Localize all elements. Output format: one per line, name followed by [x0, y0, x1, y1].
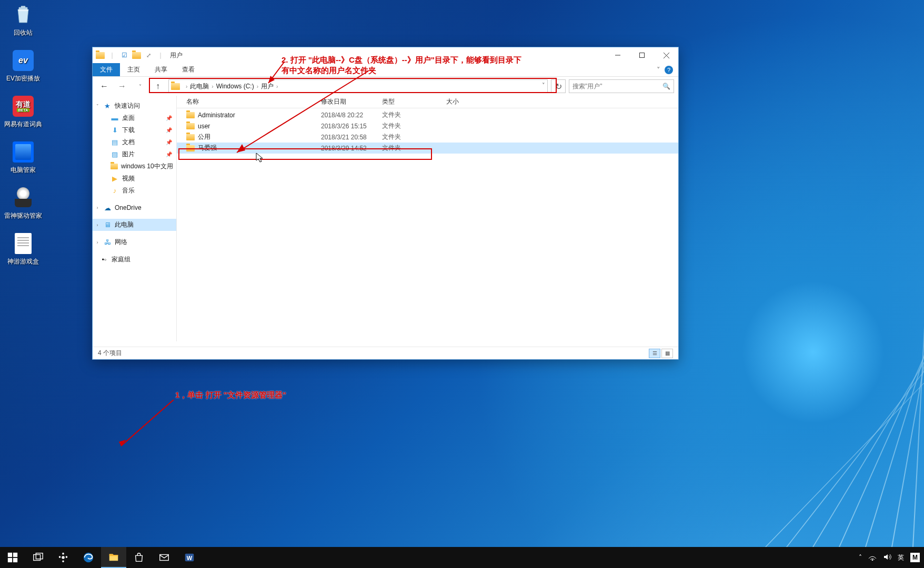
file-type: 文件夹: [382, 144, 446, 153]
ribbon-tab-file[interactable]: 文件: [93, 63, 120, 76]
tray-network-icon[interactable]: [868, 553, 877, 562]
view-large-button[interactable]: ▦: [661, 349, 673, 358]
nav-item-desktop[interactable]: ▬桌面📌: [93, 112, 176, 124]
view-details-button[interactable]: ☰: [649, 349, 660, 358]
nav-homegroup[interactable]: •◦家庭组: [93, 253, 176, 266]
nav-recent-dropdown[interactable]: ˅: [133, 79, 147, 94]
search-box[interactable]: 🔍: [569, 79, 674, 93]
breadcrumb-item[interactable]: Windows (C:): [216, 83, 254, 90]
nav-pane[interactable]: ˅★快速访问 ▬桌面📌 ⬇下载📌 ▤文档📌 ▨图片📌 windows 10中文用…: [93, 96, 177, 341]
svg-rect-17: [36, 553, 43, 559]
taskbar[interactable]: W ˄ 英 M: [0, 547, 924, 568]
chevron-right-icon[interactable]: ›: [186, 84, 187, 89]
refresh-button[interactable]: ↻: [551, 79, 566, 93]
svg-rect-1: [21, 6, 25, 7]
homegroup-icon: •◦: [100, 256, 108, 264]
nav-back-button[interactable]: ←: [97, 79, 112, 94]
documents-icon: ▤: [111, 138, 119, 147]
nav-this-pc[interactable]: ›🖥此电脑: [93, 219, 176, 231]
taskbar-store[interactable]: [126, 547, 152, 568]
nav-item-pictures[interactable]: ▨图片📌: [93, 148, 176, 160]
system-tray[interactable]: ˄ 英 M: [859, 553, 924, 562]
svg-rect-12: [8, 553, 12, 557]
properties-icon[interactable]: ☑: [119, 50, 129, 60]
file-name: 公用: [198, 133, 210, 141]
chevron-right-icon[interactable]: ›: [276, 84, 278, 89]
close-button[interactable]: [654, 47, 678, 63]
column-headers[interactable]: 名称 修改日期 类型 大小: [177, 96, 678, 108]
nav-forward-button[interactable]: →: [115, 79, 129, 94]
nav-item-videos[interactable]: ▶视频: [93, 173, 176, 185]
star-icon: ★: [103, 102, 112, 110]
desktop-icon-youdao[interactable]: 有道BETA 网易有道词典: [3, 95, 43, 129]
col-date[interactable]: 修改日期: [321, 97, 382, 106]
chevron-right-icon[interactable]: ›: [212, 84, 213, 89]
taskbar-mail[interactable]: [152, 547, 177, 568]
nav-item-downloads[interactable]: ⬇下载📌: [93, 124, 176, 136]
col-name[interactable]: 名称: [186, 97, 321, 106]
nav-item-win10[interactable]: windows 10中文用: [93, 160, 176, 173]
search-input[interactable]: [573, 83, 662, 90]
tray-volume-icon[interactable]: [883, 553, 891, 562]
svg-rect-20: [160, 555, 169, 561]
task-view-button[interactable]: [25, 547, 51, 568]
ribbon-tab-view[interactable]: 查看: [175, 63, 202, 76]
svg-rect-15: [13, 558, 17, 562]
recycle-bin-icon: [12, 3, 35, 26]
nav-up-button[interactable]: ↑: [150, 79, 165, 94]
nav-row: ← → ˅ ↑ › 此电脑 › Windows (C:) › 用户 › ˅ ↻ …: [93, 77, 678, 96]
desktop-icon-pc-manager[interactable]: 电脑管家: [3, 140, 43, 175]
nav-item-music[interactable]: ♪音乐: [93, 185, 176, 197]
breadcrumb-item[interactable]: 用户: [261, 82, 274, 91]
desktop-icon-recycle-bin[interactable]: 回收站: [3, 3, 43, 37]
desktop-icon: ▬: [111, 114, 119, 123]
file-list[interactable]: 名称 修改日期 类型 大小 Administrator2018/4/8 20:2…: [177, 96, 678, 341]
file-row[interactable]: Administrator2018/4/8 20:22文件夹: [177, 109, 678, 120]
folder-icon: [111, 163, 118, 171]
taskbar-explorer[interactable]: [101, 547, 126, 568]
tray-ime-mode[interactable]: M: [910, 553, 920, 562]
svg-point-18: [62, 556, 65, 559]
desktop-icon-ev[interactable]: ev EV加密播放: [3, 49, 43, 83]
col-type[interactable]: 类型: [382, 97, 446, 106]
desktop-icon-label: EV加密播放: [3, 74, 43, 83]
nav-onedrive[interactable]: ›☁OneDrive: [93, 202, 176, 214]
nav-network[interactable]: ›🖧网络: [93, 236, 176, 248]
file-row[interactable]: 公用2018/3/21 20:58文件夹: [177, 131, 678, 143]
ribbon-expand-icon[interactable]: ˅: [657, 66, 660, 74]
pictures-icon: ▨: [111, 150, 119, 159]
qat-dropdown-icon[interactable]: ⤢: [143, 50, 154, 60]
tray-chevron-icon[interactable]: ˄: [859, 554, 862, 561]
network-icon: 🖧: [103, 238, 112, 247]
desktop-icon-gamebox[interactable]: 神游游戏盒: [3, 232, 43, 266]
taskbar-app-settings[interactable]: [51, 547, 76, 568]
file-row[interactable]: 马爱强2018/3/29 14:52文件夹: [177, 143, 678, 154]
address-dropdown-icon[interactable]: ˅: [542, 82, 545, 89]
breadcrumb-item[interactable]: 此电脑: [190, 82, 209, 91]
ribbon-tab-share[interactable]: 共享: [147, 63, 175, 76]
search-icon: 🔍: [662, 83, 670, 90]
minimize-button[interactable]: [606, 47, 630, 63]
address-bar[interactable]: › 此电脑 › Windows (C:) › 用户 › ˅: [168, 79, 548, 93]
tray-ime-lang[interactable]: 英: [898, 553, 904, 562]
folder-icon: [186, 145, 195, 151]
maximize-button[interactable]: [630, 47, 654, 63]
file-name: 马爱强: [198, 144, 217, 153]
folder-icon: [186, 134, 195, 140]
help-icon[interactable]: ?: [665, 66, 673, 74]
nav-item-documents[interactable]: ▤文档📌: [93, 136, 176, 148]
taskbar-edge[interactable]: [76, 547, 101, 568]
file-type: 文件夹: [382, 133, 446, 141]
desktop-icon-thunder[interactable]: 雷神驱动管家: [3, 186, 43, 220]
desktop-icon-label: 网易有道词典: [3, 120, 43, 129]
file-row[interactable]: user2018/3/26 15:15文件夹: [177, 120, 678, 131]
ribbon-tab-home[interactable]: 主页: [120, 63, 147, 76]
pin-icon: 📌: [166, 127, 172, 133]
folder-icon: [95, 50, 105, 60]
nav-quick-access[interactable]: ˅★快速访问: [93, 100, 176, 112]
onedrive-icon: ☁: [103, 204, 112, 212]
start-button[interactable]: [0, 547, 25, 568]
col-size[interactable]: 大小: [446, 97, 488, 106]
chevron-right-icon[interactable]: ›: [257, 84, 258, 89]
taskbar-word[interactable]: W: [177, 547, 202, 568]
